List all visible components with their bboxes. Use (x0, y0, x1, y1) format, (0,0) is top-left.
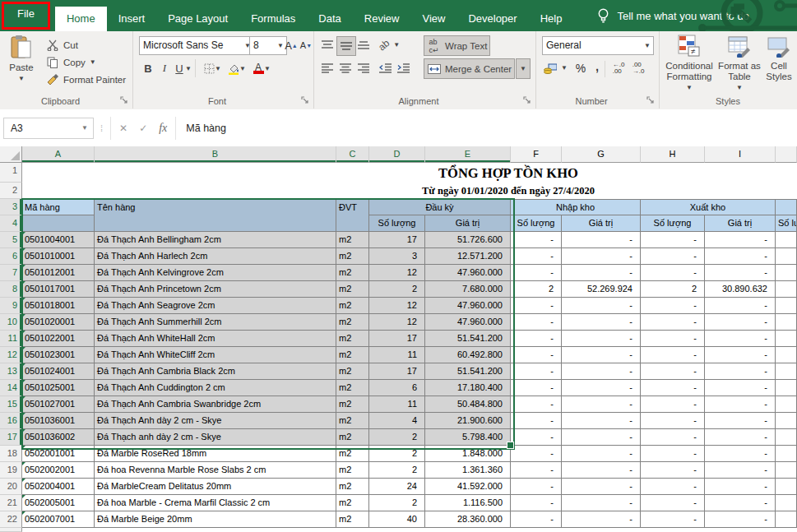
tab-developer[interactable]: Developer (456, 7, 528, 31)
cut-button[interactable]: Cut (43, 36, 81, 53)
cell-out-qty[interactable]: - (641, 248, 705, 265)
cell-out-value[interactable]: - (705, 479, 776, 495)
tab-home[interactable]: Home (55, 7, 107, 31)
top-align-icon[interactable] (318, 36, 336, 54)
cell-ton-kho[interactable] (776, 281, 797, 298)
cell-ton-kho[interactable] (776, 495, 797, 511)
cell-code[interactable]: 0502005001 (22, 495, 95, 511)
row-header[interactable]: 21 (0, 495, 22, 511)
row-header[interactable]: 22 (0, 511, 22, 528)
cell-out-value[interactable]: - (705, 429, 776, 446)
cell-code[interactable]: 0501018001 (22, 298, 95, 314)
cell-code[interactable]: 0501036001 (22, 413, 95, 429)
cell-unit[interactable]: m2 (336, 380, 369, 396)
cell-name[interactable]: Đá hoa Marble - Crema Marfil Classic 2 c… (95, 495, 336, 511)
row-header[interactable]: 20 (0, 479, 22, 495)
cell-opening-value[interactable]: 28.360.000 (425, 511, 511, 528)
font-dialog-launcher[interactable] (301, 96, 311, 106)
cell-unit[interactable]: m2 (336, 363, 369, 380)
cell-code[interactable]: 0501036002 (22, 429, 95, 446)
cell-out-value[interactable]: - (705, 248, 776, 265)
cell-in-value[interactable]: - (562, 314, 641, 331)
cell-opening-value[interactable]: 1.116.500 (425, 495, 511, 511)
row-header[interactable]: 1 (0, 163, 22, 183)
increase-decimal-icon[interactable]: ←.0.00 (609, 59, 628, 77)
cell-name[interactable]: Đá Thạch Anh Kelvingrove 2cm (95, 265, 336, 281)
header-ton-kho-so-luong[interactable]: Số lượng (776, 215, 797, 232)
cell-name[interactable]: Đá Thạch Anh Cambria Black 2cm (95, 363, 336, 380)
row-header[interactable]: 17 (0, 429, 22, 446)
copy-button[interactable]: Copy ▼ (43, 53, 99, 71)
header-xuat-kho[interactable]: Xuất kho (641, 199, 776, 215)
cell-ton-kho[interactable] (776, 265, 797, 281)
cell-opening-value[interactable]: 47.960.000 (425, 265, 511, 281)
merge-center-button[interactable]: Merge & Center (424, 58, 515, 79)
formula-input[interactable]: Mã hàng (176, 123, 226, 134)
row-header[interactable]: 11 (0, 331, 22, 347)
cell-unit[interactable]: m2 (336, 479, 369, 495)
row-header[interactable]: 15 (0, 396, 22, 413)
name-box[interactable]: A3 ▼ (3, 118, 94, 139)
cell-opening-value[interactable]: 1.848.000 (425, 446, 511, 462)
cell-name[interactable]: Đá Thạch Anh Cuddington 2 cm (95, 380, 336, 396)
comma-style-button[interactable]: , (588, 56, 606, 74)
cell-in-value[interactable]: - (562, 265, 641, 281)
cell-in-qty[interactable]: - (511, 413, 562, 429)
cell-out-qty[interactable]: - (641, 380, 705, 396)
cell-in-qty[interactable]: - (511, 429, 562, 446)
tab-insert[interactable]: Insert (107, 7, 157, 31)
cell-out-qty[interactable]: - (641, 265, 705, 281)
cell-out-qty[interactable]: - (641, 331, 705, 347)
cell-in-value[interactable]: - (562, 429, 641, 446)
cell-in-qty[interactable]: - (511, 331, 562, 347)
column-header[interactable]: C (336, 146, 369, 163)
cell-in-value[interactable]: - (562, 446, 641, 462)
cell-in-value[interactable]: - (562, 347, 641, 363)
column-header[interactable]: I (705, 146, 776, 163)
cell-out-qty[interactable]: 2 (641, 281, 705, 298)
cell-out-qty[interactable]: - (641, 347, 705, 363)
cell-code[interactable]: 0501027001 (22, 396, 95, 413)
cell-in-value[interactable]: - (562, 462, 641, 479)
row-header[interactable]: 2 (0, 183, 22, 199)
cell-in-qty[interactable]: - (511, 248, 562, 265)
align-left-icon[interactable] (318, 59, 336, 77)
tab-review[interactable]: Review (353, 7, 411, 31)
cell-opening-value[interactable]: 51.541.200 (425, 363, 511, 380)
cell-in-qty[interactable]: - (511, 479, 562, 495)
cell-out-qty[interactable]: - (641, 429, 705, 446)
cell-opening-value[interactable]: 47.960.000 (425, 298, 511, 314)
enter-icon[interactable]: ✓ (139, 123, 147, 134)
row-header[interactable]: 5 (0, 232, 22, 248)
header-ton-kho[interactable] (776, 199, 797, 215)
cell-code[interactable]: 0502004001 (22, 479, 95, 495)
conditional-formatting-button[interactable]: ≠ Conditional Formatting ▼ (662, 35, 716, 93)
cell-out-qty[interactable]: - (641, 479, 705, 495)
cell-unit[interactable]: m2 (336, 495, 369, 511)
cell-opening-qty[interactable]: 2 (369, 429, 425, 446)
header-dau-ky-gia-tri[interactable]: Giá trị (425, 215, 511, 232)
cell-opening-value[interactable]: 7.680.000 (425, 281, 511, 298)
cell-name[interactable]: Đá Marble RoseRed 18mm (95, 446, 336, 462)
cell-in-qty[interactable]: - (511, 396, 562, 413)
cell-ton-kho[interactable] (776, 347, 797, 363)
cell-out-qty[interactable]: - (641, 511, 705, 528)
cell-unit[interactable]: m2 (336, 511, 369, 528)
cell-opening-qty[interactable]: 17 (369, 331, 425, 347)
clipboard-dialog-launcher[interactable] (120, 96, 130, 106)
cell-unit[interactable]: m2 (336, 331, 369, 347)
cell-name[interactable]: Đá Thạch Anh Bellingham 2cm (95, 232, 336, 248)
tab-formulas[interactable]: Formulas (239, 7, 307, 31)
row-header[interactable]: 3 (0, 199, 22, 215)
paste-button[interactable]: Paste ▼ (3, 35, 39, 84)
header-nhap-kho[interactable]: Nhập kho (511, 199, 641, 215)
cell-code[interactable]: 0502007001 (22, 511, 95, 528)
cell-opening-value[interactable]: 21.900.600 (425, 413, 511, 429)
formula-bar-splitter[interactable]: ⁞ (100, 123, 104, 133)
decrease-indent-icon[interactable] (376, 59, 394, 77)
cell-opening-value[interactable]: 51.726.600 (425, 232, 511, 248)
fill-color-caret-icon[interactable]: ▼ (239, 65, 246, 72)
tab-page-layout[interactable]: Page Layout (156, 7, 239, 31)
cell-name[interactable]: Đá Thạch Anh WhiteCliff 2cm (95, 347, 336, 363)
cell-opening-qty[interactable]: 2 (369, 446, 425, 462)
